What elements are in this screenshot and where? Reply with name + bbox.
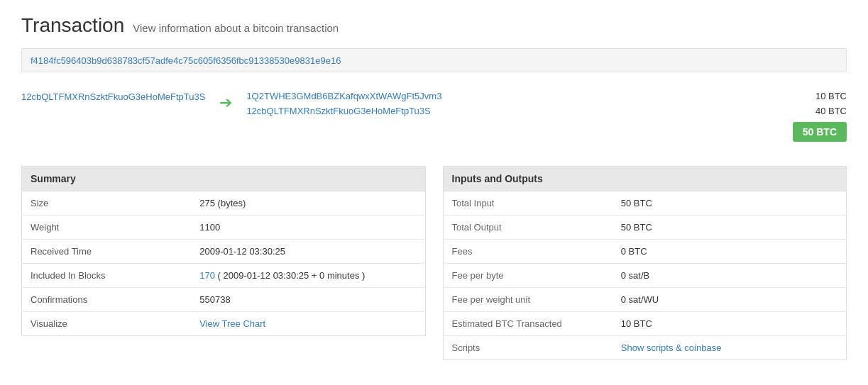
row-value: 2009-01-12 03:30:25 [191,240,425,264]
table-row: VisualizeView Tree Chart [22,312,426,336]
tx-output-address-0[interactable]: 1Q2TWHE3GMdB6BZKafqwxXtWAWgFt5Jvm3 [246,91,441,101]
row-value: 50 BTC [612,191,847,216]
row-label: Fee per byte [443,264,612,288]
table-row: Fee per byte0 sat/B [443,264,847,288]
table-row: ScriptsShow scripts & coinbase [443,336,847,360]
page-header: Transaction View information about a bit… [21,14,847,37]
tx-input-address[interactable]: 12cbQLTFMXRnSzktFkuoG3eHoMeFtpTu3S [21,91,205,102]
tx-flow: 12cbQLTFMXRnSzktFkuoG3eHoMeFtpTu3S ➔ 1Q2… [21,84,847,149]
summary-heading: Summary [22,167,426,191]
table-row: Total Output50 BTC [443,216,847,240]
row-label: Total Input [443,191,612,216]
row-value: 10 BTC [612,312,847,336]
row-label: Visualize [22,312,192,336]
tx-output-amount-0: 10 BTC [815,91,847,101]
row-label: Fee per weight unit [443,288,612,312]
summary-table: Summary Size275 (bytes)Weight1100Receive… [21,166,426,336]
table-row: Total Input50 BTC [443,191,847,216]
txid-bar: f4184fc596403b9d638783cf57adfe4c75c605f6… [21,48,847,72]
tx-total-badge: 50 BTC [793,122,847,142]
table-row: Fee per weight unit0 sat/WU [443,288,847,312]
row-label: Included In Blocks [22,264,192,288]
row-label: Size [22,191,192,216]
tx-arrow-icon: ➔ [205,94,246,112]
row-value: 550738 [191,288,425,312]
table-row: Estimated BTC Transacted10 BTC [443,312,847,336]
row-link[interactable]: View Tree Chart [199,318,265,329]
inputs-outputs-heading: Inputs and Outputs [443,167,847,191]
two-col-layout: Summary Size275 (bytes)Weight1100Receive… [21,166,847,360]
tx-total-row: 50 BTC [246,122,847,142]
row-value: 1100 [191,216,425,240]
row-value: Show scripts & coinbase [612,336,847,360]
row-value: 275 (bytes) [191,191,425,216]
row-label: Scripts [443,336,612,360]
inputs-outputs-table: Inputs and Outputs Total Input50 BTCTota… [443,166,847,360]
row-value: 0 sat/B [612,264,847,288]
tx-output-row-0: 1Q2TWHE3GMdB6BZKafqwxXtWAWgFt5Jvm3 10 BT… [246,91,847,101]
row-label: Received Time [22,240,192,264]
row-label: Fees [443,240,612,264]
page-subtitle: View information about a bitcoin transac… [133,22,339,34]
row-label: Weight [22,216,192,240]
row-value: 0 BTC [612,240,847,264]
table-row: Weight1100 [22,216,426,240]
row-value: 170 ( 2009-01-12 03:30:25 + 0 minutes ) [191,264,425,288]
row-link[interactable]: Show scripts & coinbase [621,342,722,353]
row-value: 50 BTC [612,216,847,240]
tx-outputs-side: 1Q2TWHE3GMdB6BZKafqwxXtWAWgFt5Jvm3 10 BT… [246,91,847,142]
table-row: Fees0 BTC [443,240,847,264]
row-label: Estimated BTC Transacted [443,312,612,336]
row-label: Confirmations [22,288,192,312]
txid-link[interactable]: f4184fc596403b9d638783cf57adfe4c75c605f6… [31,55,341,66]
row-value: 0 sat/WU [612,288,847,312]
table-row: Included In Blocks170 ( 2009-01-12 03:30… [22,264,426,288]
table-row: Confirmations550738 [22,288,426,312]
row-value: View Tree Chart [191,312,425,336]
tx-output-row-1: 12cbQLTFMXRnSzktFkuoG3eHoMeFtpTu3S 40 BT… [246,106,847,116]
tx-input-side: 12cbQLTFMXRnSzktFkuoG3eHoMeFtpTu3S [21,91,205,102]
table-row: Size275 (bytes) [22,191,426,216]
col-inputs-outputs: Inputs and Outputs Total Input50 BTCTota… [443,166,847,360]
tx-output-amount-1: 40 BTC [815,106,847,116]
tx-output-address-1[interactable]: 12cbQLTFMXRnSzktFkuoG3eHoMeFtpTu3S [246,106,430,116]
col-summary: Summary Size275 (bytes)Weight1100Receive… [21,166,426,360]
row-label: Total Output [443,216,612,240]
page-title: Transaction [21,14,124,37]
row-link[interactable]: 170 [199,270,215,281]
table-row: Received Time2009-01-12 03:30:25 [22,240,426,264]
